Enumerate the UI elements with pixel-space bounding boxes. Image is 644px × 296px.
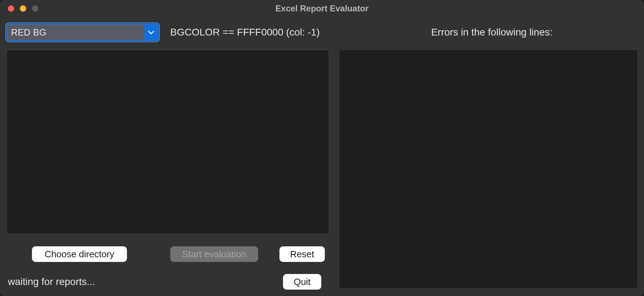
- titlebar: Excel Report Evaluator: [0, 0, 644, 17]
- right-column: [339, 50, 638, 290]
- errors-list-panel[interactable]: [339, 50, 638, 288]
- reset-button[interactable]: Reset: [279, 246, 325, 262]
- button-row: Choose directory Start evaluation Reset: [6, 246, 329, 262]
- left-column: Choose directory Start evaluation Reset …: [6, 50, 329, 290]
- maximize-window-button[interactable]: [32, 5, 38, 12]
- errors-header-label: Errors in the following lines:: [431, 27, 553, 38]
- filter-combobox[interactable]: RED BG: [6, 23, 159, 41]
- choose-directory-button[interactable]: Choose directory: [32, 246, 127, 262]
- app-window: Excel Report Evaluator RED BG BGCOLOR ==…: [0, 0, 644, 296]
- traffic-lights: [8, 5, 38, 12]
- content-area: RED BG BGCOLOR == FFFF0000 (col: -1) Err…: [0, 17, 644, 296]
- top-row: RED BG BGCOLOR == FFFF0000 (col: -1) Err…: [6, 23, 638, 41]
- quit-button[interactable]: Quit: [283, 274, 321, 290]
- reports-list-panel[interactable]: [6, 50, 329, 234]
- close-window-button[interactable]: [8, 5, 14, 12]
- chevron-down-icon: [148, 30, 154, 34]
- bottom-row: waiting for reports... Quit: [6, 274, 329, 290]
- status-label: waiting for reports...: [8, 276, 95, 287]
- filter-info-label: BGCOLOR == FFFF0000 (col: -1): [170, 27, 320, 38]
- filter-combobox-arrow[interactable]: [144, 24, 158, 40]
- window-title: Excel Report Evaluator: [0, 4, 644, 13]
- filter-combobox-value: RED BG: [11, 27, 144, 38]
- minimize-window-button[interactable]: [20, 5, 26, 12]
- start-evaluation-button: Start evaluation: [170, 246, 258, 262]
- main-row: Choose directory Start evaluation Reset …: [6, 50, 638, 290]
- filter-combo-wrap: RED BG: [6, 23, 159, 41]
